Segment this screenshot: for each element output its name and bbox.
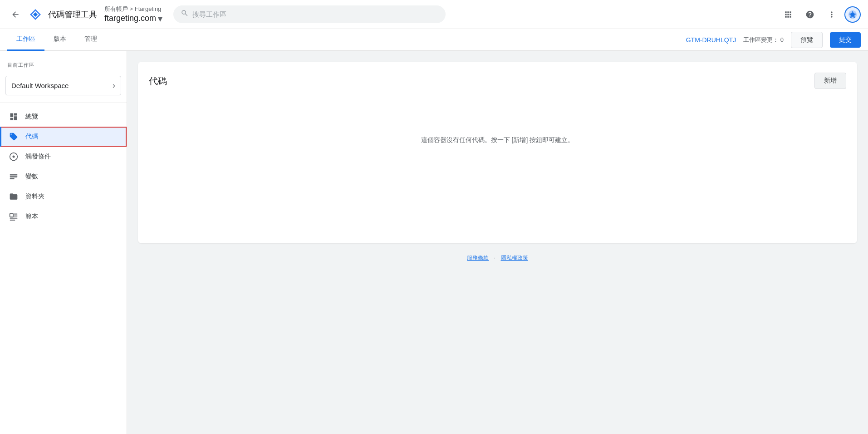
sidebar-item-variables[interactable]: 變數 [0, 167, 127, 187]
footer-separator: · [494, 255, 495, 261]
tab-admin[interactable]: 管理 [75, 29, 106, 51]
empty-message: 這個容器沒有任何代碼。按一下 [新增] 按鈕即可建立。 [149, 100, 846, 181]
container-name: ftargeting.com [104, 14, 156, 23]
sidebar-item-label: 範本 [25, 212, 38, 221]
sidebar-item-label: 變數 [25, 173, 38, 181]
privacy-link[interactable]: 隱私權政策 [501, 255, 528, 261]
svg-rect-12 [14, 213, 18, 215]
workspace-selector[interactable]: Default Workspace › [5, 76, 121, 95]
account-selector[interactable]: 所有帳戶 > Ftargeting ftargeting.com ▾ [104, 5, 162, 24]
sidebar-item-label: 代碼 [25, 133, 38, 141]
sidebar-item-label: 觸發條件 [25, 153, 51, 161]
top-bar: 代碼管理工具 所有帳戶 > Ftargeting ftargeting.com … [0, 0, 868, 29]
sidebar-section-label: 目前工作區 [0, 58, 127, 72]
breadcrumb: 所有帳戶 > Ftargeting [104, 5, 162, 13]
svg-rect-9 [10, 176, 18, 178]
main-content: 代碼 新增 這個容器沒有任何代碼。按一下 [新增] 按鈕即可建立。 服務條款 ·… [127, 51, 868, 434]
logo-area: 代碼管理工具 [27, 6, 97, 23]
tab-versions[interactable]: 版本 [44, 29, 75, 51]
chevron-down-icon: ▾ [158, 13, 162, 24]
svg-rect-14 [10, 218, 18, 219]
sidebar-item-folders[interactable]: 資料夾 [0, 187, 127, 207]
svg-rect-15 [10, 220, 15, 221]
sidebar-item-overview[interactable]: 總覽 [0, 107, 127, 127]
svg-point-7 [13, 156, 15, 158]
sidebar-item-label: 資料夾 [25, 192, 44, 201]
terms-link[interactable]: 服務條款 [467, 255, 489, 261]
help-button[interactable] [801, 5, 819, 24]
back-button[interactable] [7, 6, 24, 23]
trigger-icon [9, 152, 18, 161]
app-logo [27, 6, 44, 23]
preview-button[interactable]: 預覽 [791, 32, 823, 48]
app-title: 代碼管理工具 [48, 9, 97, 20]
tag-icon [9, 132, 18, 141]
svg-rect-13 [14, 216, 18, 217]
template-icon [9, 212, 18, 221]
sub-nav: 工作區 版本 管理 GTM-DRUHLQTJ 工作區變更： 0 預覽 提交 [0, 29, 868, 51]
new-button[interactable]: 新增 [814, 73, 846, 89]
avatar[interactable] [844, 6, 861, 23]
workspace-name: Default Workspace [11, 82, 69, 89]
top-bar-actions [779, 5, 861, 24]
svg-rect-8 [10, 174, 18, 176]
sub-nav-right: GTM-DRUHLQTJ 工作區變更： 0 預覽 提交 [686, 32, 861, 48]
content-header: 代碼 新增 [149, 73, 846, 89]
footer: 服務條款 · 隱私權政策 [138, 243, 857, 273]
content-title: 代碼 [149, 75, 167, 87]
more-options-button[interactable] [823, 5, 841, 24]
container-id: GTM-DRUHLQTJ [686, 36, 736, 44]
sidebar-item-tags[interactable]: 代碼 [0, 127, 127, 147]
workspace-changes: 工作區變更： 0 [743, 36, 784, 44]
search-bar [173, 5, 446, 23]
variable-icon [9, 172, 18, 181]
tab-workspace[interactable]: 工作區 [7, 29, 44, 51]
workspace-chevron-icon: › [113, 81, 115, 90]
search-icon [181, 9, 189, 20]
sidebar-item-templates[interactable]: 範本 [0, 207, 127, 227]
sidebar-item-label: 總覽 [25, 113, 38, 121]
sidebar-item-triggers[interactable]: 觸發條件 [0, 147, 127, 167]
overview-icon [9, 112, 18, 121]
folder-icon [9, 192, 18, 201]
submit-button[interactable]: 提交 [830, 32, 861, 48]
nav-tabs: 工作區 版本 管理 [7, 29, 686, 51]
content-card: 代碼 新增 這個容器沒有任何代碼。按一下 [新增] 按鈕即可建立。 [138, 62, 857, 243]
sidebar-divider [0, 103, 127, 103]
main-layout: 目前工作區 Default Workspace › 總覽 代碼 [0, 51, 868, 434]
svg-rect-10 [10, 178, 15, 179]
svg-point-5 [851, 13, 854, 16]
search-input[interactable] [192, 10, 438, 18]
apps-button[interactable] [779, 5, 797, 24]
sidebar: 目前工作區 Default Workspace › 總覽 代碼 [0, 51, 127, 434]
